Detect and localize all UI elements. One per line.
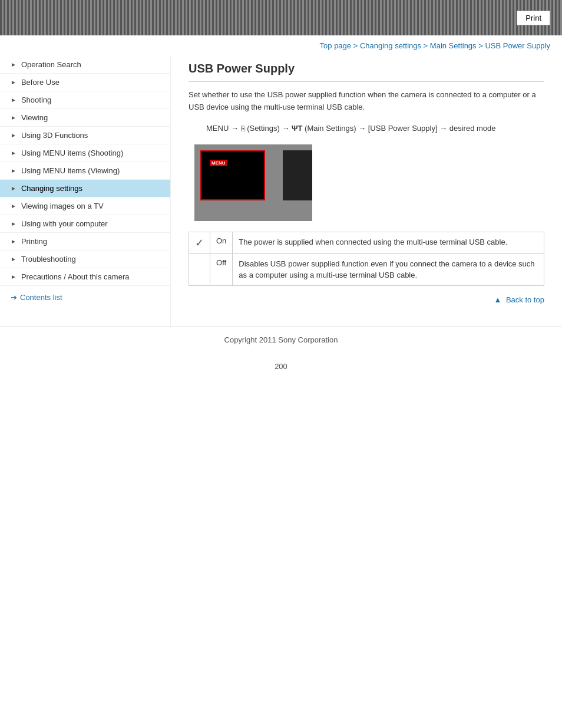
arrow-icon: ►	[11, 97, 16, 103]
arrow-icon: ►	[11, 238, 16, 245]
arrow-icon: ►	[11, 256, 16, 262]
triangle-icon: ▲	[494, 295, 501, 304]
arrow-icon: ►	[11, 220, 16, 227]
label-cell-on: On	[210, 232, 233, 253]
sidebar-item-precautions[interactable]: ► Precautions / About this camera	[0, 268, 170, 286]
main-content: USB Power Supply Set whether to use the …	[171, 56, 562, 327]
checkmark-icon: ✓	[195, 237, 204, 249]
breadcrumb-top[interactable]: Top page	[320, 41, 352, 50]
sidebar-item-operation-search[interactable]: ► Operation Search	[0, 56, 170, 74]
footer: Copyright 2011 Sony Corporation	[0, 327, 562, 353]
back-to-top: ▲ Back to top	[189, 286, 544, 309]
arrow-icon: ►	[11, 185, 16, 192]
main-settings-icon: ΨT	[292, 124, 302, 133]
arrow-right-icon: ➔	[11, 293, 17, 302]
arrow-icon: ►	[11, 79, 16, 85]
arrow-icon: ►	[11, 203, 16, 209]
sidebar-item-changing-settings[interactable]: ► Changing settings	[0, 180, 170, 197]
sidebar-item-viewing[interactable]: ► Viewing	[0, 109, 170, 127]
arrow-icon: ►	[11, 150, 16, 156]
main-description: Set whether to use the USB power supplie…	[189, 89, 544, 114]
sidebar-item-troubleshooting[interactable]: ► Troubleshooting	[0, 251, 170, 268]
sidebar: ► Operation Search ► Before Use ► Shooti…	[0, 56, 171, 327]
sidebar-item-before-use[interactable]: ► Before Use	[0, 74, 170, 91]
back-to-top-link[interactable]: Back to top	[506, 295, 544, 304]
arrow-icon: ►	[11, 114, 16, 121]
check-cell-on: ✓	[189, 232, 210, 253]
desc-cell-on: The power is supplied when connected usi…	[233, 232, 544, 253]
camera-screen: MENU	[200, 150, 265, 200]
table-row: Off Disables USB power supplied function…	[189, 253, 544, 285]
breadcrumb-current: USB Power Supply	[485, 41, 550, 50]
sidebar-item-using-menu-shooting[interactable]: ► Using MENU items (Shooting)	[0, 144, 170, 162]
table-row: ✓ On The power is supplied when connecte…	[189, 232, 544, 253]
label-cell-off: Off	[210, 253, 233, 285]
sidebar-item-printing[interactable]: ► Printing	[0, 233, 170, 251]
settings-icon: ⎘	[241, 123, 245, 134]
menu-path: MENU → ⎘ (Settings) → ΨT (Main Settings)…	[206, 122, 544, 135]
camera-image: MENU	[194, 144, 312, 221]
layout: ► Operation Search ► Before Use ► Shooti…	[0, 56, 562, 327]
print-button[interactable]: Print	[517, 11, 550, 25]
sidebar-item-using-menu-viewing[interactable]: ► Using MENU items (Viewing)	[0, 162, 170, 180]
sidebar-item-using-3d[interactable]: ► Using 3D Functions	[0, 127, 170, 144]
arrow-icon: ►	[11, 61, 16, 68]
page-title: USB Power Supply	[189, 62, 544, 82]
copyright-text: Copyright 2011 Sony Corporation	[224, 335, 338, 344]
sidebar-item-using-computer[interactable]: ► Using with your computer	[0, 215, 170, 233]
arrow-icon: ►	[11, 132, 16, 139]
header-bar: Print	[0, 0, 562, 35]
sidebar-item-viewing-tv[interactable]: ► Viewing images on a TV	[0, 197, 170, 215]
page-number: 200	[0, 353, 562, 374]
arrow-icon: ►	[11, 274, 16, 280]
camera-right-panel	[283, 150, 312, 200]
info-table: ✓ On The power is supplied when connecte…	[189, 232, 544, 286]
breadcrumb-main-settings[interactable]: Main Settings	[430, 41, 477, 50]
check-cell-off	[189, 253, 210, 285]
contents-list-link[interactable]: ➔ Contents list	[0, 286, 170, 305]
breadcrumb-changing-settings[interactable]: Changing settings	[360, 41, 421, 50]
desc-cell-off: Disables USB power supplied function eve…	[233, 253, 544, 285]
arrow-icon: ►	[11, 167, 16, 174]
menu-label: MENU	[210, 160, 227, 166]
breadcrumb: Top page > Changing settings > Main Sett…	[0, 35, 562, 56]
sidebar-item-shooting[interactable]: ► Shooting	[0, 91, 170, 109]
